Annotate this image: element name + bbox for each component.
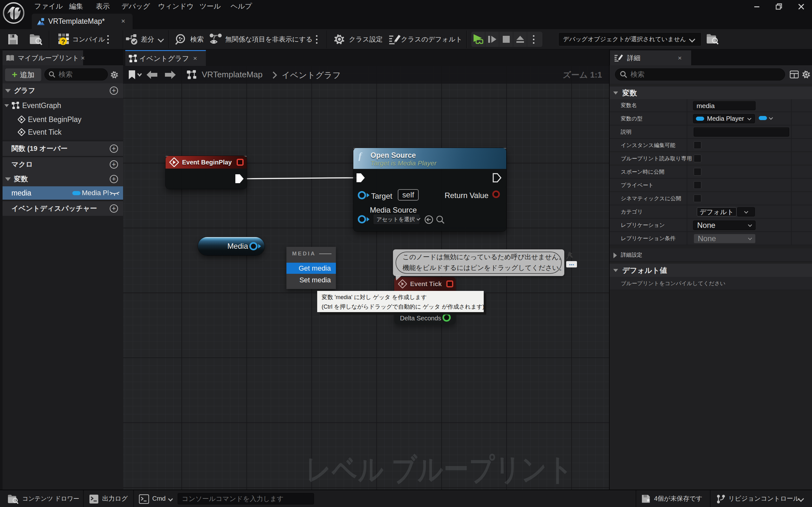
menu-edit[interactable]: 編集: [69, 0, 83, 13]
event-tick-row[interactable]: Event Tick: [0, 126, 123, 138]
default-value-section-header[interactable]: デフォルト値: [610, 264, 812, 277]
add-variable-icon[interactable]: +: [110, 175, 118, 183]
details-tab-close-icon[interactable]: ×: [678, 54, 681, 62]
variable-name-input[interactable]: media: [693, 101, 756, 110]
cmd-chevron-icon[interactable]: [168, 497, 173, 502]
unsaved-button[interactable]: [641, 494, 651, 504]
replication-condition-dropdown[interactable]: None: [694, 234, 756, 243]
asset-select-dropdown[interactable]: アセットを選択: [373, 214, 420, 225]
minimize-button[interactable]: [751, 2, 763, 11]
debug-object-dropdown[interactable]: デバッグオブジェクトが選択されていません: [558, 32, 702, 46]
frame-skip-button[interactable]: [485, 32, 499, 47]
content-drawer-label[interactable]: コンテンツ ドロワー: [22, 490, 79, 507]
open-source-node[interactable]: f Open Source Target is Media Player Tar…: [353, 148, 506, 231]
revision-control-button[interactable]: [716, 494, 726, 504]
menu-item-get-media[interactable]: Get media: [287, 263, 336, 274]
replication-dropdown[interactable]: None: [693, 221, 756, 230]
hide-unrelated-label[interactable]: 無関係な項目を非表示にする: [225, 29, 312, 49]
expose-on-spawn-checkbox[interactable]: [694, 168, 701, 176]
menu-window[interactable]: ウィンドウ: [158, 0, 194, 13]
class-settings-label[interactable]: クラス設定: [349, 29, 383, 49]
menu-item-set-media[interactable]: Set media: [287, 274, 336, 285]
description-input[interactable]: [694, 127, 789, 136]
node-enabled-state-icon[interactable]: [237, 159, 244, 166]
menu-help[interactable]: ヘルプ: [231, 0, 252, 13]
variable-section-header[interactable]: 変数: [610, 87, 812, 99]
use-selected-asset-icon[interactable]: [424, 215, 434, 225]
add-function-icon[interactable]: +: [110, 145, 118, 153]
blueprint-readonly-checkbox[interactable]: [694, 155, 701, 162]
output-log-label[interactable]: 出力ログ: [102, 490, 128, 507]
cmd-selector-label[interactable]: Cmd: [152, 490, 165, 507]
media-getter-node[interactable]: Media: [198, 237, 264, 256]
save-button[interactable]: [8, 34, 18, 45]
asset-tab-vrtemplatemap[interactable]: VRTemplateMap* ×: [32, 14, 133, 29]
unreal-logo[interactable]: [3, 2, 25, 24]
graphs-section-header[interactable]: グラフ +: [0, 83, 123, 98]
return-value-pin-icon[interactable]: [492, 190, 500, 198]
menu-debug[interactable]: デバッグ: [121, 0, 150, 13]
variable-type-dropdown[interactable]: Media Player: [693, 114, 755, 123]
compile-button-label[interactable]: コンパイル: [72, 29, 105, 49]
exec-out-pin[interactable]: [492, 173, 502, 183]
my-blueprint-search-input[interactable]: 検索: [44, 68, 108, 80]
target-pin[interactable]: [358, 191, 369, 199]
node-enabled-state-icon[interactable]: [446, 280, 453, 287]
add-button[interactable]: + 追加: [5, 68, 41, 81]
diff-button-label[interactable]: 差分: [141, 29, 154, 49]
hide-unrelated-kebab-icon[interactable]: [316, 35, 317, 44]
class-settings-button[interactable]: [334, 34, 345, 45]
eye-closed-icon[interactable]: [109, 190, 120, 196]
content-drawer-button[interactable]: [7, 494, 19, 504]
console-command-input[interactable]: コンソールコマンドを入力します: [177, 493, 314, 504]
menu-tools[interactable]: ツール: [200, 0, 221, 13]
class-defaults-label[interactable]: クラスのデフォルト: [401, 29, 462, 49]
add-graph-icon[interactable]: +: [110, 87, 118, 95]
details-tab[interactable]: 詳細 ×: [610, 50, 691, 65]
advanced-settings-row[interactable]: 詳細設定: [610, 248, 812, 262]
instance-editable-checkbox[interactable]: [694, 141, 701, 149]
diff-button[interactable]: [125, 34, 138, 46]
hide-unrelated-button[interactable]: [209, 33, 223, 46]
find-button[interactable]: [175, 34, 188, 46]
variables-section-header[interactable]: 変数 +: [0, 172, 123, 186]
play-button[interactable]: [471, 32, 485, 47]
compile-button[interactable]: ?: [58, 33, 70, 46]
menu-view[interactable]: 表示: [96, 0, 110, 13]
stop-button[interactable]: [499, 32, 513, 47]
menu-file[interactable]: ファイル: [34, 0, 63, 13]
event-beginplay-row[interactable]: Event BeginPlay: [0, 113, 123, 126]
revision-control-label[interactable]: リビジョンコントロール: [728, 490, 800, 507]
display-filter-icon[interactable]: [790, 70, 799, 78]
debug-browse-button[interactable]: [706, 33, 719, 45]
expose-cinematics-checkbox[interactable]: [694, 194, 701, 202]
dispatchers-section-header[interactable]: イベントディスパッチャー +: [0, 201, 123, 216]
functions-section-header[interactable]: 関数 (19 オーバーライド可能) +: [0, 141, 123, 156]
eject-button[interactable]: [513, 32, 527, 47]
details-search-input[interactable]: 検索: [615, 68, 785, 80]
restore-button[interactable]: [773, 2, 785, 11]
macros-section-header[interactable]: マクロ +: [0, 157, 123, 172]
my-blueprint-tab[interactable]: マイブループリント ×: [3, 50, 83, 65]
output-log-button[interactable]: [89, 494, 99, 504]
media-source-pin[interactable]: [358, 215, 369, 223]
unsaved-label[interactable]: 4個が未保存です: [654, 490, 703, 507]
container-type-dropdown[interactable]: [759, 116, 772, 120]
pushpin-icon[interactable]: [566, 251, 574, 260]
exec-in-pin[interactable]: [356, 173, 365, 183]
add-macro-icon[interactable]: +: [110, 160, 118, 169]
compile-options-kebab-icon[interactable]: [107, 35, 109, 44]
delta-seconds-pin-icon[interactable]: [443, 314, 451, 322]
play-options-kebab-icon[interactable]: [527, 32, 540, 47]
details-settings-gear-icon[interactable]: [802, 70, 811, 79]
browse-asset-icon[interactable]: [435, 215, 445, 225]
media-out-pin-icon[interactable]: [249, 242, 258, 250]
add-dispatcher-icon[interactable]: +: [110, 205, 118, 213]
eventgraph-row[interactable]: EventGraph: [0, 99, 123, 112]
diff-chevron-icon[interactable]: [158, 36, 164, 43]
category-dropdown-button[interactable]: [737, 207, 755, 216]
find-button-label[interactable]: 検索: [190, 29, 204, 49]
target-self-value[interactable]: self: [398, 189, 419, 201]
exec-out-pin[interactable]: [235, 174, 244, 184]
close-button[interactable]: [795, 2, 808, 11]
